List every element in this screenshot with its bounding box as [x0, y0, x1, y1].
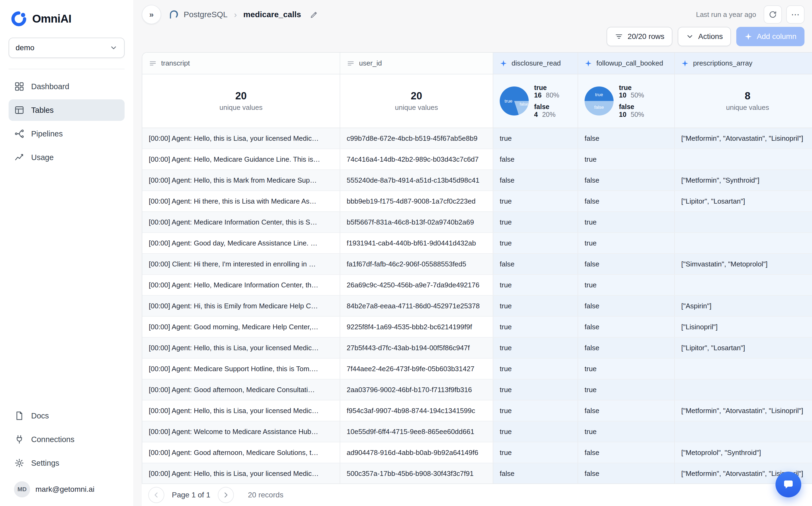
table-row[interactable]: [00:00] Agent: Hello, this is Lisa, your…: [142, 400, 812, 421]
cell-transcript[interactable]: [00:00] Agent: Good day, Medicare Assist…: [142, 233, 340, 254]
cell-disclosure-read[interactable]: true: [493, 379, 578, 400]
cell-user-id[interactable]: 74c416a4-14db-42b2-989c-b03d43c7c6d7: [340, 149, 493, 170]
cell-followup-call-booked[interactable]: false: [578, 337, 674, 358]
cell-disclosure-read[interactable]: true: [493, 337, 578, 358]
table-row[interactable]: [00:00] Agent: Hello, this is Mark from …: [142, 170, 812, 191]
cell-transcript[interactable]: [00:00] Agent: Hello, this is Lisa, your…: [142, 400, 340, 421]
cell-followup-call-booked[interactable]: true: [578, 233, 674, 254]
sidebar-item-tables[interactable]: Tables: [9, 99, 124, 121]
cell-transcript[interactable]: [00:00] Agent: Good morning, Medicare He…: [142, 316, 340, 337]
cell-followup-call-booked[interactable]: false: [578, 316, 674, 337]
table-row[interactable]: [00:00] Agent: Medicare Information Cent…: [142, 212, 812, 233]
sidebar-item-usage[interactable]: Usage: [9, 147, 124, 168]
cell-transcript[interactable]: [00:00] Agent: Hello, this is Lisa, your…: [142, 337, 340, 358]
cell-prescriptions-array[interactable]: [674, 421, 812, 442]
cell-disclosure-read[interactable]: false: [493, 254, 578, 274]
cell-disclosure-read[interactable]: true: [493, 296, 578, 316]
cell-user-id[interactable]: 500c357a-17bb-45b6-b908-30f43f3c7f91: [340, 463, 493, 484]
cell-prescriptions-array[interactable]: ["Metformin", "Atorvastatin", "Lisinopri…: [674, 400, 812, 421]
cell-user-id[interactable]: b5f5667f-831a-46c8-b13f-02a9740b2a69: [340, 212, 493, 233]
cell-followup-call-booked[interactable]: true: [578, 421, 674, 442]
table-row[interactable]: [00:00] Agent: Good day, Medicare Assist…: [142, 233, 812, 254]
sidebar-item-pipelines[interactable]: Pipelines: [9, 123, 124, 145]
rows-filter-button[interactable]: 20/20 rows: [607, 27, 672, 46]
cell-followup-call-booked[interactable]: false: [578, 128, 674, 149]
column-header-prescriptions-array[interactable]: prescriptions_array: [674, 53, 812, 74]
table-row[interactable]: [00:00] Agent: Hello, Medicare Informati…: [142, 274, 812, 296]
add-column-button[interactable]: Add column: [736, 27, 805, 46]
column-header-followup-call-booked[interactable]: followup_call_booked: [578, 53, 674, 74]
table-row[interactable]: [00:00] Agent: Hello, this is Lisa, your…: [142, 337, 812, 358]
cell-user-id[interactable]: 2aa03796-9002-46bf-b170-f7113f9fb316: [340, 379, 493, 400]
cell-user-id[interactable]: c99b7d8e-672e-4bcb-b519-45f67ab5e8b9: [340, 128, 493, 149]
more-options-button[interactable]: ⋯: [786, 5, 805, 24]
cell-disclosure-read[interactable]: true: [493, 316, 578, 337]
cell-disclosure-read[interactable]: true: [493, 128, 578, 149]
workspace-select[interactable]: demo: [9, 37, 124, 58]
table-row[interactable]: [00:00] Agent: Hi, this is Emily from Me…: [142, 296, 812, 316]
cell-transcript[interactable]: [00:00] Agent: Hi, this is Emily from Me…: [142, 296, 340, 316]
cell-prescriptions-array[interactable]: ["Simvastatin", "Metoprolol"]: [674, 254, 812, 274]
cell-prescriptions-array[interactable]: [674, 233, 812, 254]
cell-prescriptions-array[interactable]: ["Lipitor", "Losartan"]: [674, 191, 812, 212]
breadcrumb-source[interactable]: PostgreSQL: [184, 10, 228, 19]
cell-followup-call-booked[interactable]: true: [578, 379, 674, 400]
actions-button[interactable]: Actions: [678, 27, 731, 46]
table-row[interactable]: [00:00] Client: Hi there, I'm interested…: [142, 254, 812, 274]
table-row[interactable]: [00:00] Agent: Hello, this is Lisa, your…: [142, 463, 812, 484]
cell-user-id[interactable]: 7f44aee2-4e26-473f-b9fe-05b603b31427: [340, 358, 493, 379]
table-row[interactable]: [00:00] Agent: Hello, Medicare Guidance …: [142, 149, 812, 170]
table-row[interactable]: [00:00] Agent: Good morning, Medicare He…: [142, 316, 812, 337]
cell-user-id[interactable]: 84b2e7a8-eeaa-4711-86d0-452971e25378: [340, 296, 493, 316]
sidebar-item-dashboard[interactable]: Dashboard: [9, 76, 124, 97]
cell-prescriptions-array[interactable]: ["Aspirin"]: [674, 296, 812, 316]
cell-user-id[interactable]: fa1f67df-fafb-46c2-906f-05588553fed5: [340, 254, 493, 274]
cell-disclosure-read[interactable]: false: [493, 149, 578, 170]
cell-disclosure-read[interactable]: true: [493, 442, 578, 463]
cell-user-id[interactable]: 9225f8f4-1a69-4535-bbb2-bc6214199f9f: [340, 316, 493, 337]
cell-transcript[interactable]: [00:00] Agent: Hi there, this is Lisa wi…: [142, 191, 340, 212]
collapse-sidebar-button[interactable]: »: [142, 5, 161, 24]
table-row[interactable]: [00:00] Agent: Hello, this is Lisa, your…: [142, 128, 812, 149]
next-page-button[interactable]: [218, 487, 234, 503]
cell-transcript[interactable]: [00:00] Agent: Hello, this is Lisa, your…: [142, 128, 340, 149]
cell-prescriptions-array[interactable]: [674, 149, 812, 170]
sidebar-item-settings[interactable]: Settings: [9, 452, 124, 474]
cell-disclosure-read[interactable]: true: [493, 358, 578, 379]
cell-transcript[interactable]: [00:00] Client: Hi there, I'm interested…: [142, 254, 340, 274]
table-row[interactable]: [00:00] Agent: Medicare Support Hotline,…: [142, 358, 812, 379]
cell-disclosure-read[interactable]: false: [493, 463, 578, 484]
cell-followup-call-booked[interactable]: true: [578, 274, 674, 296]
cell-followup-call-booked[interactable]: false: [578, 191, 674, 212]
table-row[interactable]: [00:00] Agent: Good afternoon, Medicare …: [142, 379, 812, 400]
table-row[interactable]: [00:00] Agent: Good afternoon, Medicare …: [142, 442, 812, 463]
cell-followup-call-booked[interactable]: false: [578, 254, 674, 274]
refresh-button[interactable]: [764, 5, 782, 24]
sidebar-item-docs[interactable]: Docs: [9, 405, 124, 426]
column-header-disclosure-read[interactable]: disclosure_read: [493, 53, 578, 74]
sidebar-item-connections[interactable]: Connections: [9, 429, 124, 450]
cell-user-id[interactable]: 10e55d9f-6ff4-4715-9ee8-865ee60dd661: [340, 421, 493, 442]
cell-transcript[interactable]: [00:00] Agent: Hello, Medicare Guidance …: [142, 149, 340, 170]
edit-table-name-button[interactable]: [309, 10, 319, 19]
cell-user-id[interactable]: 27b5f443-d7fc-43ab-b194-00f5f86c947f: [340, 337, 493, 358]
cell-transcript[interactable]: [00:00] Agent: Hello, this is Mark from …: [142, 170, 340, 191]
cell-transcript[interactable]: [00:00] Agent: Medicare Information Cent…: [142, 212, 340, 233]
cell-prescriptions-array[interactable]: ["Metoprolol", "Synthroid"]: [674, 442, 812, 463]
cell-user-id[interactable]: bbb9eb19-f175-4d87-9008-1a7cf0c223ed: [340, 191, 493, 212]
cell-transcript[interactable]: [00:00] Agent: Hello, this is Lisa, your…: [142, 463, 340, 484]
cell-user-id[interactable]: f1931941-cab4-440b-bf61-9d0441d432ab: [340, 233, 493, 254]
cell-transcript[interactable]: [00:00] Agent: Hello, Medicare Informati…: [142, 274, 340, 296]
cell-disclosure-read[interactable]: false: [493, 170, 578, 191]
cell-followup-call-booked[interactable]: false: [578, 170, 674, 191]
table-row[interactable]: [00:00] Agent: Welcome to Medicare Assis…: [142, 421, 812, 442]
cell-prescriptions-array[interactable]: ["Metformin", "Synthroid"]: [674, 170, 812, 191]
cell-disclosure-read[interactable]: true: [493, 421, 578, 442]
cell-prescriptions-array[interactable]: [674, 212, 812, 233]
cell-prescriptions-array[interactable]: [674, 358, 812, 379]
cell-user-id[interactable]: ad904478-916d-4abb-b0ab-9b92a64149f6: [340, 442, 493, 463]
column-header-user-id[interactable]: user_id: [340, 53, 493, 74]
cell-user-id[interactable]: 26a69c9c-4250-456b-a9e7-7da9de492176: [340, 274, 493, 296]
cell-prescriptions-array[interactable]: [674, 274, 812, 296]
chat-bubble-button[interactable]: [776, 472, 801, 497]
